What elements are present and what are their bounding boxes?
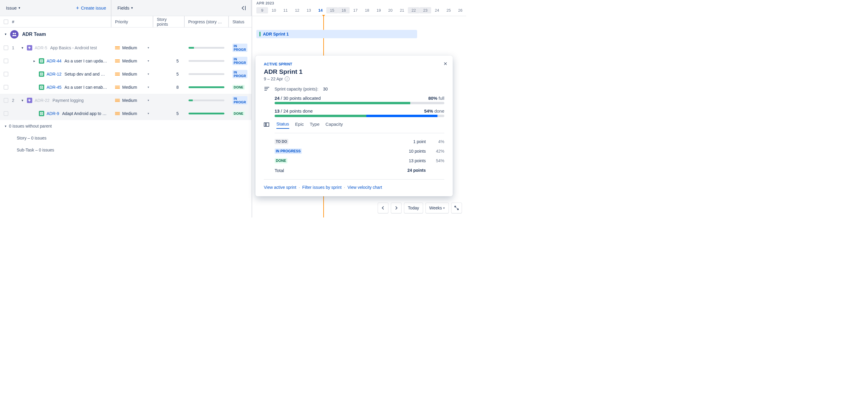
timeline-day[interactable]: 15 xyxy=(326,7,338,13)
tab-capacity[interactable]: Capacity xyxy=(326,122,343,128)
story-points-cell[interactable]: 5 xyxy=(153,54,185,67)
timeline-day[interactable]: 9 xyxy=(256,7,268,13)
issue-key[interactable]: ADR-45 xyxy=(46,85,62,90)
today-button[interactable]: Today xyxy=(404,203,423,213)
timeline-day[interactable]: 25 xyxy=(443,7,455,13)
timeline-day[interactable]: 12 xyxy=(291,7,303,13)
story-points-cell[interactable]: 5 xyxy=(153,67,185,80)
unparented-header[interactable]: ▾ 0 issues without parent xyxy=(0,120,252,132)
status-badge[interactable]: IN PROGR xyxy=(232,96,247,104)
story-points-cell[interactable]: 8 xyxy=(153,81,185,94)
issue-summary[interactable]: As a user I can upda… xyxy=(65,59,107,63)
issue-row[interactable]: 2▾ADR-22Payment loggingMedium▾IN PROGR xyxy=(0,94,252,107)
issue-row[interactable]: ▸ADR-44As a user I can upda…Medium▾5IN P… xyxy=(0,54,252,67)
breakdown-total: Total24 points xyxy=(275,165,444,175)
issue-row[interactable]: 1▾ADR-5App Basics - Android testMedium▾I… xyxy=(0,41,252,54)
timeline-day[interactable]: 13 xyxy=(303,7,315,13)
issue-key[interactable]: ADR-22 xyxy=(35,98,50,103)
expand-toggle[interactable]: ▸ xyxy=(32,59,36,63)
timeline-day[interactable]: 16 xyxy=(338,7,349,13)
story-icon xyxy=(39,58,44,64)
timeline-day[interactable]: 22 xyxy=(408,7,420,13)
tab-type[interactable]: Type xyxy=(310,122,320,128)
issue-summary[interactable]: App Basics - Android test xyxy=(50,45,107,50)
timeline-day[interactable]: 19 xyxy=(373,7,384,13)
priority-label: Medium xyxy=(122,59,145,63)
sprint-status-stripe xyxy=(259,32,260,36)
tab-epic[interactable]: Epic xyxy=(295,122,304,128)
tab-status[interactable]: Status xyxy=(276,121,289,129)
timeline-day[interactable]: 14 xyxy=(315,7,326,13)
link-view-velocity-chart[interactable]: View velocity chart xyxy=(347,185,382,190)
sprint-title: ADR Sprint 1 xyxy=(264,68,444,75)
issue-summary[interactable]: Setup dev and and b… xyxy=(65,72,107,76)
active-sprint-tag: ACTIVE SPRINT xyxy=(264,62,444,66)
status-badge[interactable]: DONE xyxy=(232,85,245,90)
team-header-row[interactable]: ▾ ADR Team xyxy=(0,28,252,41)
issue-key[interactable]: ADR-9 xyxy=(46,111,59,116)
column-story-points[interactable]: Story points xyxy=(153,16,185,27)
status-badge[interactable]: DONE xyxy=(232,111,245,116)
nav-prev-button[interactable] xyxy=(378,203,389,213)
row-checkbox[interactable] xyxy=(4,72,8,76)
timeline-day[interactable]: 21 xyxy=(396,7,408,13)
story-points-cell[interactable] xyxy=(153,41,185,54)
timescale-dropdown[interactable]: Weeks ▾ xyxy=(426,203,449,213)
row-checkbox[interactable] xyxy=(4,45,8,50)
issue-summary[interactable]: Adapt Android app to … xyxy=(62,111,107,116)
chevron-down-icon[interactable]: ▾ xyxy=(148,72,149,75)
fullscreen-button[interactable] xyxy=(451,203,462,213)
issue-key[interactable]: ADR-12 xyxy=(46,72,62,76)
done-progress-bar xyxy=(275,115,444,117)
issue-key[interactable]: ADR-5 xyxy=(35,45,47,50)
story-points-cell[interactable]: 5 xyxy=(153,107,185,120)
expand-toggle[interactable]: ▾ xyxy=(20,46,25,50)
timeline-day[interactable]: 24 xyxy=(431,7,443,13)
row-checkbox[interactable] xyxy=(4,98,8,103)
timeline-day[interactable]: 18 xyxy=(361,7,373,13)
close-icon[interactable]: ✕ xyxy=(443,61,447,67)
status-badge[interactable]: IN PROGR xyxy=(232,70,247,78)
issue-summary[interactable]: As a user I can enabl… xyxy=(65,85,107,90)
row-checkbox[interactable] xyxy=(4,111,8,116)
row-checkbox[interactable] xyxy=(4,85,8,90)
fields-dropdown[interactable]: Fields ▾ xyxy=(116,4,134,12)
row-checkbox[interactable] xyxy=(4,59,8,63)
issue-row[interactable]: ADR-9Adapt Android app to …Medium▾5DONE xyxy=(0,107,252,120)
story-points-cell[interactable] xyxy=(153,94,185,107)
timeline-day[interactable]: 10 xyxy=(268,7,280,13)
timeline-days: 91011121314151617181920212223242526 xyxy=(256,7,466,13)
timeline-day[interactable]: 26 xyxy=(455,7,466,13)
collapse-panel-icon[interactable] xyxy=(241,6,246,10)
unparented-story-row: Story – 0 issues xyxy=(0,132,252,144)
sprint-bar[interactable]: ADR Sprint 1 xyxy=(256,30,417,38)
chevron-down-icon: ▾ xyxy=(5,124,7,128)
status-badge[interactable]: IN PROGR xyxy=(232,43,247,52)
issue-row[interactable]: ADR-45As a user I can enabl…Medium▾8DONE xyxy=(0,81,252,94)
chevron-down-icon[interactable]: ▾ xyxy=(148,86,149,89)
issue-row[interactable]: ADR-12Setup dev and and b…Medium▾5IN PRO… xyxy=(0,67,252,81)
chevron-down-icon[interactable]: ▾ xyxy=(148,99,149,102)
status-badge[interactable]: IN PROGR xyxy=(232,57,247,65)
column-progress[interactable]: Progress (story … xyxy=(185,16,229,27)
issue-grouping-dropdown[interactable]: Issue ▾ xyxy=(5,4,22,12)
timeline-day[interactable]: 23 xyxy=(420,7,431,13)
expand-toggle[interactable]: ▾ xyxy=(20,98,25,102)
link-filter-by-sprint[interactable]: Filter issues by sprint xyxy=(302,185,342,190)
link-view-active-sprint[interactable]: View active sprint xyxy=(264,185,297,190)
chevron-down-icon[interactable]: ▾ xyxy=(148,59,149,62)
timeline-day[interactable]: 17 xyxy=(349,7,361,13)
timeline-day[interactable]: 20 xyxy=(384,7,396,13)
timeline-day[interactable]: 11 xyxy=(280,7,291,13)
chevron-down-icon[interactable]: ▾ xyxy=(148,112,149,115)
column-priority[interactable]: Priority xyxy=(112,16,153,27)
select-all-checkbox[interactable] xyxy=(4,20,8,24)
nav-next-button[interactable] xyxy=(391,203,402,213)
story-icon xyxy=(39,85,44,90)
issue-key[interactable]: ADR-44 xyxy=(46,59,62,63)
info-icon[interactable]: i xyxy=(285,76,289,81)
create-issue-button[interactable]: + Create issue xyxy=(76,5,106,11)
issue-summary[interactable]: Payment logging xyxy=(53,98,107,103)
column-status[interactable]: Status xyxy=(229,16,252,27)
chevron-down-icon[interactable]: ▾ xyxy=(148,46,149,49)
